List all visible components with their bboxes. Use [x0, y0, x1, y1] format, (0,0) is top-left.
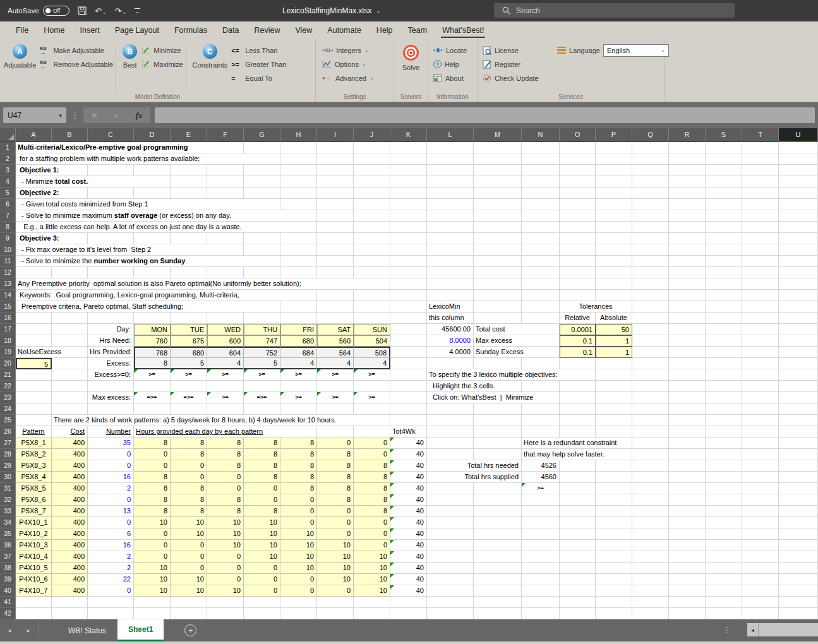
cell-H31[interactable]: 8 [280, 483, 317, 494]
cell-U20[interactable] [779, 358, 818, 369]
cell-B16[interactable] [52, 313, 88, 324]
cell-I4[interactable] [317, 176, 354, 188]
cell-L8[interactable] [427, 222, 474, 233]
cell-N4[interactable] [522, 176, 560, 188]
cell-I8[interactable] [317, 222, 354, 233]
cell-J34[interactable]: 0 [354, 517, 390, 528]
cell-H17[interactable]: FRI [280, 324, 317, 335]
cell-J37[interactable]: 10 [354, 551, 390, 563]
cell-O12[interactable] [560, 267, 596, 278]
cell-N35[interactable] [522, 528, 560, 540]
cell-N9[interactable] [522, 233, 560, 244]
cell-O36[interactable] [560, 540, 596, 551]
cell-N34[interactable] [522, 517, 560, 528]
cell-F33[interactable]: 8 [207, 506, 244, 517]
cell-R1[interactable] [669, 142, 706, 153]
row-header-10[interactable]: 10 [0, 244, 16, 256]
cell-M15[interactable] [474, 301, 522, 313]
cell-M4[interactable] [474, 176, 522, 188]
scroll-left-icon[interactable]: ◂ [747, 623, 758, 636]
cell-J1[interactable] [354, 142, 390, 153]
cell-Q41[interactable] [632, 597, 669, 608]
cell-H40[interactable]: 0 [280, 585, 317, 597]
cell-E27[interactable]: 8 [171, 438, 207, 449]
row-header-4[interactable]: 4 [0, 176, 16, 188]
cell-T9[interactable] [742, 233, 779, 244]
cell-I14[interactable] [317, 290, 354, 301]
cell-S25[interactable] [706, 415, 742, 426]
row-header-24[interactable]: 24 [0, 403, 16, 415]
cell-Q1[interactable] [632, 142, 669, 153]
cell-T12[interactable] [742, 267, 779, 278]
cell-O23[interactable] [560, 392, 596, 403]
cancel-button[interactable]: ✕ [92, 111, 98, 120]
cell-A21[interactable] [16, 369, 52, 381]
tab-view[interactable]: View [287, 22, 320, 39]
cell-T41[interactable] [742, 597, 779, 608]
cell-T25[interactable] [742, 415, 779, 426]
cell-T24[interactable] [742, 403, 779, 415]
minimize-button[interactable]: Minimize [141, 45, 183, 56]
cell-T14[interactable] [742, 290, 779, 301]
cell-G40[interactable]: 0 [244, 585, 280, 597]
col-header-J[interactable]: J [354, 128, 390, 142]
cell-G32[interactable]: 0 [244, 494, 280, 506]
cell-M19[interactable]: Sunday Excess [474, 347, 560, 358]
language-select[interactable]: English ⌄ [603, 44, 669, 57]
cell-M14[interactable] [474, 290, 522, 301]
cell-T10[interactable] [742, 244, 779, 256]
cell-J15[interactable] [354, 301, 390, 313]
cell-R33[interactable] [669, 506, 706, 517]
cell-I15[interactable] [317, 301, 354, 313]
cell-U9[interactable] [779, 233, 818, 244]
cell-T28[interactable] [742, 449, 779, 460]
cell-A17[interactable] [16, 324, 52, 335]
cell-B35[interactable]: 400 [52, 528, 88, 540]
cell-L39[interactable] [427, 574, 474, 585]
cell-I3[interactable] [317, 165, 354, 176]
cell-B22[interactable] [52, 381, 88, 392]
cell-Q38[interactable] [632, 563, 669, 574]
cell-B20[interactable] [52, 358, 88, 369]
cell-R32[interactable] [669, 494, 706, 506]
cell-U34[interactable] [779, 517, 818, 528]
cell-G20[interactable]: 5 [244, 358, 280, 369]
cell-J12[interactable] [354, 267, 390, 278]
cell-K33[interactable]: 40 [390, 506, 427, 517]
solve-button[interactable]: Solve [399, 42, 424, 71]
cell-O24[interactable] [560, 403, 596, 415]
cell-N7[interactable] [522, 210, 560, 222]
cell-M25[interactable] [474, 415, 522, 426]
cell-E20[interactable]: 5 [171, 358, 207, 369]
cell-N3[interactable] [522, 165, 560, 176]
cell-U15[interactable] [779, 301, 818, 313]
cell-G19[interactable]: 752 [244, 347, 280, 358]
cell-U17[interactable] [779, 324, 818, 335]
cell-P25[interactable] [596, 415, 632, 426]
cell-E32[interactable]: 8 [171, 494, 207, 506]
cell-S18[interactable] [706, 335, 742, 347]
cell-R27[interactable] [669, 438, 706, 449]
cell-A8[interactable]: E.g., a little excess can help. A lot of… [16, 222, 317, 233]
cell-J36[interactable]: 0 [354, 540, 390, 551]
cell-Q28[interactable] [632, 449, 669, 460]
cell-F18[interactable]: 600 [207, 335, 244, 347]
cell-F9[interactable] [207, 233, 244, 244]
less-than-button[interactable]: <= Less Than [231, 45, 286, 56]
cell-I27[interactable]: 0 [317, 438, 354, 449]
cell-J33[interactable]: 8 [354, 506, 390, 517]
cell-I21[interactable]: >= [317, 369, 354, 381]
cell-H23[interactable]: >= [280, 392, 317, 403]
cell-R29[interactable] [669, 460, 706, 472]
cell-R41[interactable] [669, 597, 706, 608]
cell-O15[interactable]: Tolerances [560, 301, 632, 313]
row-header-23[interactable]: 23 [0, 392, 16, 403]
cell-E4[interactable] [171, 176, 207, 188]
row-header-13[interactable]: 13 [0, 278, 16, 290]
cell-A15[interactable]: Preemptive criteria, Pareto optimal, Sta… [16, 301, 280, 313]
row-header-12[interactable]: 12 [0, 267, 16, 278]
row-header-5[interactable]: 5 [0, 188, 16, 199]
cell-T3[interactable] [742, 165, 779, 176]
cell-T27[interactable] [742, 438, 779, 449]
cell-D41[interactable] [134, 597, 171, 608]
